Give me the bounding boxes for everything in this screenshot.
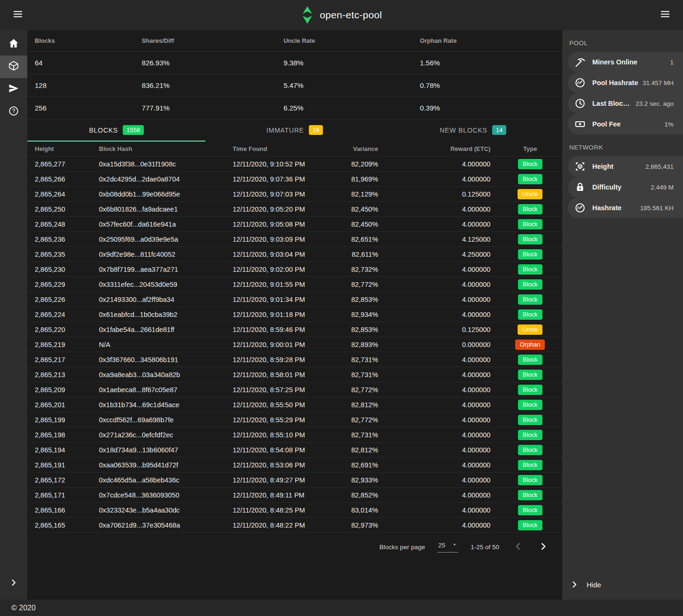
tab-new-blocks[interactable]: New Blocks 14 bbox=[384, 119, 562, 142]
table-row: 2,865,235 0x9df2e98e...811fc40052 12/11/… bbox=[27, 247, 562, 262]
gauge-icon bbox=[568, 77, 592, 88]
top-bar: open-etc-pool bbox=[0, 0, 683, 30]
hash-cell[interactable]: 0x3311efec...20453d0e59 bbox=[92, 277, 226, 292]
sidebar-item-home[interactable] bbox=[0, 33, 27, 55]
type-chip: Block bbox=[518, 400, 542, 410]
variance-cell: 82,450% bbox=[332, 202, 386, 217]
time-cell: 12/11/2020, 9:03:09 PM bbox=[225, 232, 332, 247]
hash-cell[interactable]: 0x18d734a9...13b6060f47 bbox=[92, 442, 226, 458]
table-row: 2,865,213 0xa9a8eab3...03a340a82b 12/11/… bbox=[27, 367, 562, 382]
hash-cell[interactable]: 0x6b801826...fa9adcaee1 bbox=[92, 202, 226, 217]
hide-sidebar-button[interactable]: Hide bbox=[562, 574, 683, 595]
height-cell: 2,865,201 bbox=[27, 397, 92, 412]
hash-cell[interactable]: 0xa9a8eab3...03a340a82b bbox=[92, 367, 226, 382]
hash-cell[interactable]: 0x21493300...af2ff9ba34 bbox=[92, 292, 226, 307]
hash-cell[interactable]: 0xccdf562f...69a698b7fe bbox=[92, 412, 226, 427]
type-chip: Block bbox=[518, 264, 542, 275]
sidebar-item-payments[interactable] bbox=[0, 78, 27, 101]
hash-cell[interactable]: 0x1fabe54a...2661de81ff bbox=[92, 322, 226, 337]
stats-shares-diff-cell: 836.21% bbox=[134, 74, 276, 97]
hash-cell[interactable]: 0xa15d3f38...0e31f1908c bbox=[92, 157, 226, 172]
page-title: open-etc-pool bbox=[320, 9, 382, 21]
hash-cell[interactable]: 0xdc465d5a...a58beb436c bbox=[92, 473, 226, 488]
time-cell: 12/11/2020, 8:49:27 PM bbox=[225, 473, 332, 488]
time-cell: 12/11/2020, 8:58:01 PM bbox=[225, 367, 332, 382]
hash-cell[interactable]: 0x9df2e98e...811fc40052 bbox=[92, 247, 226, 262]
etc-logo-icon bbox=[301, 6, 313, 24]
variance-cell: 82,973% bbox=[332, 518, 386, 533]
menu-button-right[interactable] bbox=[656, 6, 675, 24]
hash-cell[interactable]: 0xaa063539...b95d41d72f bbox=[92, 458, 226, 473]
stats-header-uncle-rate: Uncle Rate bbox=[276, 30, 412, 52]
sidebar-collapse-toggle[interactable] bbox=[0, 574, 27, 593]
time-cell: 12/11/2020, 8:55:29 PM bbox=[225, 412, 332, 427]
stats-row: 128 836.21% 5.47% 0.78% bbox=[27, 74, 562, 97]
height-cell: 2,865,250 bbox=[27, 202, 92, 217]
header-block-hash: Block Hash bbox=[92, 142, 226, 157]
height-cell: 2,865,220 bbox=[27, 322, 92, 337]
prev-page-button[interactable] bbox=[511, 540, 525, 553]
hash-cell[interactable]: 0x271a236c...0efcfdf2ec bbox=[92, 427, 226, 442]
hash-cell[interactable]: 0x1b31b734...69c1d45ace bbox=[92, 397, 226, 412]
variance-cell: 82,853% bbox=[332, 322, 386, 337]
table-row: 2,865,277 0xa15d3f38...0e31f1908c 12/11/… bbox=[27, 157, 562, 172]
time-cell: 12/11/2020, 8:59:46 PM bbox=[225, 322, 332, 337]
hash-cell[interactable]: 0x2dc4295d...2dae0a8704 bbox=[92, 172, 226, 187]
hash-cell[interactable]: 0x57fec60f...da616e941a bbox=[92, 217, 226, 232]
blocks-header-row: Height Block Hash Time Found Variance Re… bbox=[27, 142, 562, 157]
type-chip: Block bbox=[518, 385, 542, 395]
next-page-button[interactable] bbox=[537, 540, 550, 553]
hash-cell[interactable]: 0x3233243e...b5a4aa30dc bbox=[92, 503, 226, 518]
network-section-title: NETWORK bbox=[562, 134, 683, 156]
time-cell: 12/11/2020, 9:07:36 PM bbox=[225, 172, 332, 187]
tab-blocks[interactable]: Blocks 1558 bbox=[27, 119, 205, 142]
hash-cell[interactable]: 0x7b8f7199...aea377a271 bbox=[92, 262, 226, 277]
hash-cell[interactable]: 0x61eabfcd...1b0cba39b2 bbox=[92, 307, 226, 322]
variance-cell: 82,772% bbox=[332, 277, 386, 292]
table-row: 2,865,266 0x2dc4295d...2dae0a8704 12/11/… bbox=[27, 172, 562, 187]
hash-cell[interactable]: 0x7cdce548...3636093050 bbox=[92, 488, 226, 503]
hash-cell[interactable]: 0x25095f69...a0d39e9e5a bbox=[92, 232, 226, 247]
height-cell: 2,865,199 bbox=[27, 412, 92, 427]
table-row: 2,865,250 0x6b801826...fa9adcaee1 12/11/… bbox=[27, 202, 562, 217]
stats-orphan-rate-cell: 0.39% bbox=[412, 97, 562, 119]
height-cell: 2,865,236 bbox=[27, 232, 92, 247]
stats-header-shares-diff: Shares/Diff bbox=[134, 30, 276, 52]
tab-immature[interactable]: Immature 16 bbox=[205, 119, 384, 142]
table-row: 2,865,229 0x3311efec...20453d0e59 12/11/… bbox=[27, 277, 562, 292]
type-chip: Block bbox=[518, 279, 542, 290]
stats-header-row: Blocks Shares/Diff Uncle Rate Orphan Rat… bbox=[27, 30, 562, 52]
hash-cell[interactable]: 0x1aebeca8...8f67c05e87 bbox=[92, 382, 226, 397]
reward-cell: 4.000000 bbox=[385, 262, 498, 277]
hash-cell[interactable]: 0xa70621d9...37e305468a bbox=[92, 518, 226, 533]
pool-stats-table: Blocks Shares/Diff Uncle Rate Orphan Rat… bbox=[27, 30, 562, 119]
time-cell: 12/11/2020, 9:05:20 PM bbox=[225, 202, 332, 217]
stats-shares-diff-cell: 777.91% bbox=[134, 97, 276, 119]
stat-item-last-block-found: Last Block Fo… 23.2 sec. ago bbox=[568, 93, 683, 114]
stat-label: Last Block Fo… bbox=[592, 100, 633, 107]
hash-cell[interactable]: N/A bbox=[92, 337, 226, 352]
time-cell: 12/11/2020, 8:54:08 PM bbox=[225, 442, 332, 458]
sidebar-item-blocks[interactable] bbox=[0, 55, 27, 78]
stats-blocks-cell: 256 bbox=[27, 97, 134, 119]
stat-value: 2,865,431 bbox=[643, 163, 683, 170]
variance-cell: 82,209% bbox=[332, 157, 386, 172]
cube-icon bbox=[8, 60, 19, 73]
time-cell: 12/11/2020, 8:59:28 PM bbox=[225, 352, 332, 367]
stat-item-miners-online: Miners Online 1 bbox=[568, 52, 683, 72]
menu-button[interactable] bbox=[8, 6, 27, 24]
hide-label: Hide bbox=[587, 581, 601, 589]
table-row: 2,865,209 0x1aebeca8...8f67c05e87 12/11/… bbox=[27, 382, 562, 397]
type-chip: Block bbox=[518, 159, 542, 169]
hash-cell[interactable]: 0xb08dd0b1...99e066d95e bbox=[92, 187, 226, 202]
height-cell: 2,865,213 bbox=[27, 367, 92, 382]
page-size-select[interactable]: 25 bbox=[437, 542, 458, 553]
time-cell: 12/11/2020, 9:05:08 PM bbox=[225, 217, 332, 232]
reward-cell: 4.000000 bbox=[385, 518, 498, 533]
height-cell: 2,865,219 bbox=[27, 337, 92, 352]
time-cell: 12/11/2020, 8:55:50 PM bbox=[225, 397, 332, 412]
hash-cell[interactable]: 0x3f367660...345806b191 bbox=[92, 352, 226, 367]
sidebar-item-help[interactable]: ? bbox=[0, 101, 27, 123]
height-cell: 2,865,194 bbox=[27, 442, 92, 458]
type-chip: Block bbox=[518, 520, 542, 530]
